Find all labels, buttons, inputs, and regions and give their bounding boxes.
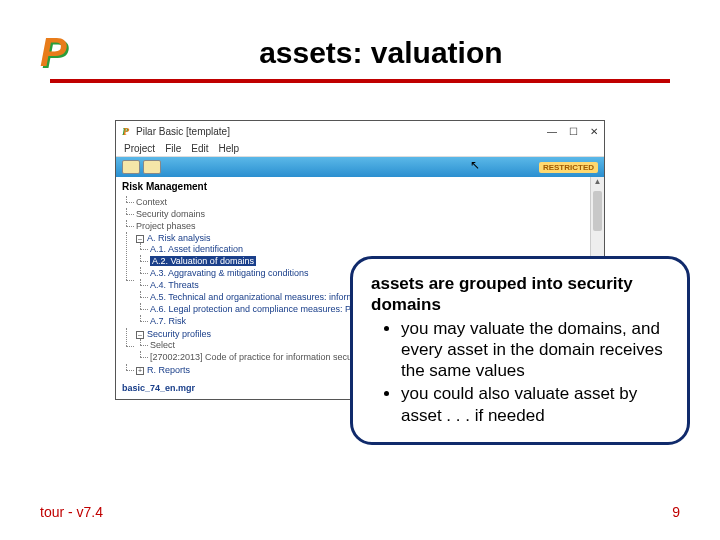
tree-label: A.1. Asset identification: [150, 244, 243, 254]
maximize-button[interactable]: ☐: [569, 126, 578, 137]
app-icon: PP: [122, 126, 132, 136]
tree-item-context[interactable]: Context: [136, 196, 584, 208]
callout-bullet: you could also valuate asset by asset . …: [401, 383, 669, 426]
minimize-button[interactable]: —: [547, 126, 557, 137]
open-folder-icon[interactable]: [122, 160, 140, 174]
toolbar: RESTRICTED: [116, 157, 604, 177]
menubar: Project File Edit Help: [116, 141, 604, 157]
tree-label: Project phases: [136, 221, 196, 231]
callout-bullet: you may valuate the domains, and every a…: [401, 318, 669, 382]
tree-label: A.7. Risk: [150, 316, 186, 326]
tree-item-project-phases[interactable]: Project phases: [136, 220, 584, 232]
tree-label: A.4. Threats: [150, 280, 199, 290]
tree-label: Security profiles: [147, 329, 211, 339]
save-icon[interactable]: [143, 160, 161, 174]
menu-project[interactable]: Project: [124, 143, 155, 154]
callout-lead: assets are grouped into security domains: [371, 273, 669, 316]
close-button[interactable]: ✕: [590, 126, 598, 137]
title-row: P P assets: valuation: [40, 30, 680, 75]
logo-front: P: [40, 30, 67, 74]
window-title: Pilar Basic [template]: [136, 126, 543, 137]
menu-file[interactable]: File: [165, 143, 181, 154]
tree-label: A.3. Aggravating & mitigating conditions: [150, 268, 309, 278]
page-number: 9: [672, 504, 680, 520]
tree-label: [27002:2013] Code of practice for inform…: [150, 352, 364, 362]
status-filename: basic_74_en.mgr: [122, 383, 195, 393]
menu-edit[interactable]: Edit: [191, 143, 208, 154]
collapse-icon[interactable]: –: [136, 331, 144, 339]
tree-label-selected: A.2. Valuation of domains: [150, 256, 256, 266]
window-controls: — ☐ ✕: [547, 126, 598, 137]
restricted-badge: RESTRICTED: [539, 162, 598, 173]
slide: P P assets: valuation PP Pilar Basic [te…: [0, 0, 720, 540]
tree-label: A. Risk analysis: [147, 233, 211, 243]
title-underline: [50, 79, 670, 83]
tree-label: A.6. Legal protection and compliance mea…: [150, 304, 371, 314]
logo-p-icon: P P: [40, 30, 67, 75]
tree-label: Select: [150, 340, 175, 350]
tree-label: Context: [136, 197, 167, 207]
slide-title: assets: valuation: [82, 36, 680, 70]
collapse-icon[interactable]: –: [136, 235, 144, 243]
titlebar: PP Pilar Basic [template] — ☐ ✕: [116, 121, 604, 141]
tree-root[interactable]: Risk Management: [122, 181, 584, 192]
tree-label: Security domains: [136, 209, 205, 219]
tree-item-security-domains[interactable]: Security domains: [136, 208, 584, 220]
scroll-up-icon[interactable]: ▲: [591, 177, 604, 189]
tree-item-a1[interactable]: A.1. Asset identification: [150, 243, 584, 255]
tree-label: R. Reports: [147, 365, 190, 375]
footer-version: tour - v7.4: [40, 504, 103, 520]
callout-list: you may valuate the domains, and every a…: [371, 318, 669, 426]
expand-icon[interactable]: +: [136, 367, 144, 375]
callout-bubble: assets are grouped into security domains…: [350, 256, 690, 445]
menu-help[interactable]: Help: [218, 143, 239, 154]
scroll-thumb[interactable]: [593, 191, 602, 231]
tree-label: A.5. Technical and organizational measur…: [150, 292, 361, 302]
toolbar-left: [122, 160, 161, 174]
